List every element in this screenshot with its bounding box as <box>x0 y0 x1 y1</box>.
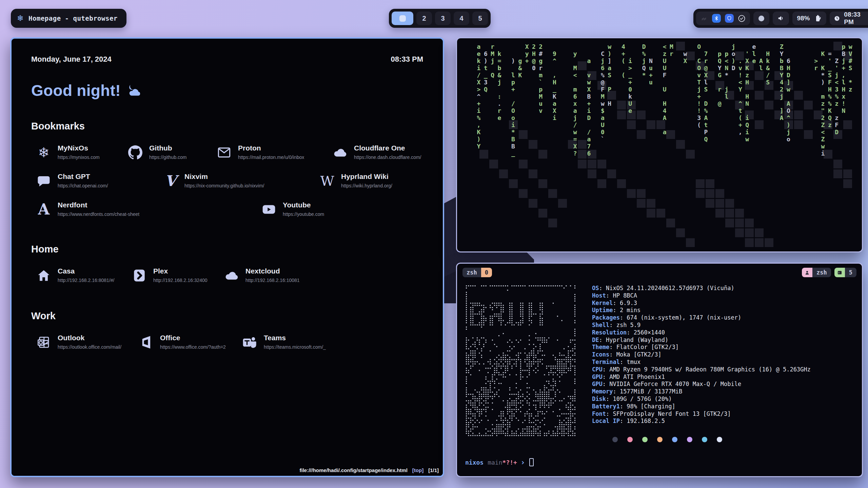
tmux-shell-name: zsh <box>812 268 831 277</box>
palette-dot-6 <box>702 437 707 442</box>
bookmark-youtube[interactable]: Youtubehttps://youtube.com <box>261 201 324 217</box>
matrix-bg-square <box>804 130 813 139</box>
matrix-bg-square <box>686 52 695 60</box>
bookmark-nixvim[interactable]: VNixvimhttps://nix-community.github.io/n… <box>163 172 319 189</box>
matrix-bg-square <box>765 101 773 109</box>
bookmark-mynixos[interactable]: ❄MyNixOshttps://mynixos.com <box>36 144 127 160</box>
bookmark-url: https://teams.microsoft.com/_ <box>264 344 326 350</box>
tray-icons-group[interactable] <box>696 12 750 25</box>
fastfetch-line: Kernel: 6.9.3 <box>592 300 811 307</box>
matrix-bg-square <box>676 228 685 237</box>
section-title-home: Home <box>31 244 423 255</box>
matrix-glyph: 2 <box>539 44 542 50</box>
matrix-bg-square <box>755 91 764 100</box>
system-tray: 98% 08:33 PM <box>693 9 868 28</box>
workspace-button-1[interactable] <box>392 12 413 25</box>
matrix-glyph: i <box>628 58 632 64</box>
matrix-bg-square <box>519 189 528 198</box>
matrix-glyph: @ <box>704 65 708 71</box>
workspace-button-4[interactable]: 4 <box>454 12 469 25</box>
bookmark-teams[interactable]: Teamshttps://teams.microsoft.com/_ <box>242 334 326 350</box>
matrix-bg-square <box>843 120 852 129</box>
battery-section[interactable]: 98% <box>792 12 826 25</box>
matrix-glyph: H <box>842 86 846 93</box>
matrix-bg-square <box>735 209 744 218</box>
matrix-glyph: v <box>539 108 542 114</box>
bookmark-name: Chat GPT <box>58 172 108 181</box>
startpage-time: 08:33 PM <box>391 55 423 64</box>
matrix-glyph: % <box>828 101 832 107</box>
matrix-rain: aeki/X>^+i%,K)Y6)t_3QrMjQk=b&j:.re)lp+/O… <box>457 38 862 251</box>
shell-prompt[interactable]: nixos main *?!+ › <box>465 458 534 466</box>
bookmark-casa[interactable]: Casahttp://192.168.2.16:8081/#/ <box>36 267 132 283</box>
clock-section[interactable]: 08:33 PM <box>830 12 868 25</box>
matrix-glyph: > <box>814 58 818 64</box>
matrix-glyph: $ <box>601 108 605 114</box>
matrix-glyph: j <box>697 86 701 93</box>
terminal-cursor <box>529 458 534 466</box>
bookmark-name: Youtube <box>283 201 324 209</box>
speaker-icon <box>777 15 785 22</box>
matrix-bg-square <box>499 169 508 178</box>
matrix-bg-square <box>696 189 705 198</box>
matrix-glyph: @ <box>601 79 605 85</box>
matrix-bg-square <box>578 140 587 149</box>
fastfetch-label: Packages <box>592 314 620 321</box>
bookmark-plex[interactable]: Plexhttp://192.168.2.16:32400 <box>132 267 224 283</box>
tmux-session-pill[interactable]: 5 <box>834 268 856 277</box>
matrix-glyph: @ <box>532 58 536 64</box>
tmux-window-index: 0 <box>481 268 492 277</box>
matrix-glyph: l <box>842 79 846 85</box>
matrix-glyph: F <box>828 79 832 85</box>
section-title-work: Work <box>31 310 423 322</box>
matrix-glyph: ` <box>601 136 605 142</box>
fastfetch-line: Memory: 1577MiB / 31377MiB <box>592 388 811 395</box>
matrix-bg-square <box>647 120 655 129</box>
section-title-bookmarks: Bookmarks <box>31 121 423 132</box>
volume-section[interactable] <box>773 12 789 25</box>
matrix-glyph: K <box>745 65 749 71</box>
matrix-glyph: w <box>684 51 687 57</box>
active-window-title-pill[interactable]: ❄ Homepage - qutebrowser <box>11 9 126 28</box>
battery-charging-icon <box>814 14 822 22</box>
bookmark-nextcloud[interactable]: Nextcloudhttp://192.168.2.16:10081 <box>224 267 300 283</box>
terminal-window-cmatrix: aeki/X>^+i%,K)Y6)t_3QrMjQk=b&j:.re)lp+/O… <box>456 37 863 252</box>
matrix-glyph: a <box>608 65 611 71</box>
matrix-glyph: l <box>752 51 756 57</box>
matrix-bg-square <box>617 110 626 119</box>
fastfetch-value: : SFProDisplay Nerd Font 13 [GTK2/3] <box>606 410 731 417</box>
bookmark-outlook[interactable]: Outlookhttps://outlook.office.com/mail/ <box>36 334 138 350</box>
matrix-glyph: 3 <box>835 86 839 93</box>
bookmark-cloudflare-one[interactable]: Cloudflare Onehttps://one.dash.cloudflar… <box>332 144 421 160</box>
bookmark-nerdfont[interactable]: ANerdfonthttps://www.nerdfonts.com/cheat… <box>36 201 261 217</box>
matrix-glyph: D <box>835 129 839 135</box>
tmux-user-pill[interactable]: zsh <box>802 268 831 277</box>
idle-inhibit-dot[interactable] <box>753 12 769 25</box>
tmux-window-tab[interactable]: zsh 0 <box>462 268 492 277</box>
matrix-glyph: A <box>759 58 763 64</box>
bookmark-hyprland-wiki[interactable]: WHyprland Wikihttps://wiki.hyprland.org/ <box>319 172 392 189</box>
matrix-glyph: X <box>525 44 529 50</box>
bookmark-proton[interactable]: Protonhttps://mail.proton.me/u/0/inbox <box>216 144 332 160</box>
matrix-glyph: l <box>511 72 515 78</box>
matrix-glyph: _ <box>628 72 632 78</box>
matrix-bg-square <box>676 42 685 50</box>
matrix-glyph: N <box>745 101 749 107</box>
workspace-button-3[interactable]: 3 <box>435 12 451 25</box>
bookmark-chat-gpt[interactable]: Chat GPThttps://chat.openai.com/ <box>36 172 163 189</box>
matrix-glyph: , <box>842 72 846 78</box>
workspace-button-2[interactable]: 2 <box>416 12 432 25</box>
matrix-glyph: X <box>587 86 591 93</box>
workspace-button-5[interactable]: 5 <box>472 12 488 25</box>
palette-dot-1 <box>627 437 633 442</box>
matrix-bg-square <box>529 169 537 178</box>
bookmark-github[interactable]: Githubhttps://github.com <box>127 144 216 160</box>
matrix-glyph: z <box>663 51 667 57</box>
matrix-bg-square <box>656 120 665 129</box>
matrix-glyph: w <box>821 143 825 149</box>
matrix-glyph: T <box>697 79 701 85</box>
fastfetch-label: Kernel <box>592 300 613 306</box>
bookmark-office[interactable]: Officehttps://www.office.com/?auth=2 <box>138 334 242 350</box>
bookmark-url: https://nix-community.github.io/nixvim/ <box>184 183 264 188</box>
fastfetch-value: : 674 (nix-system), 1747 (nix-user) <box>620 314 741 321</box>
